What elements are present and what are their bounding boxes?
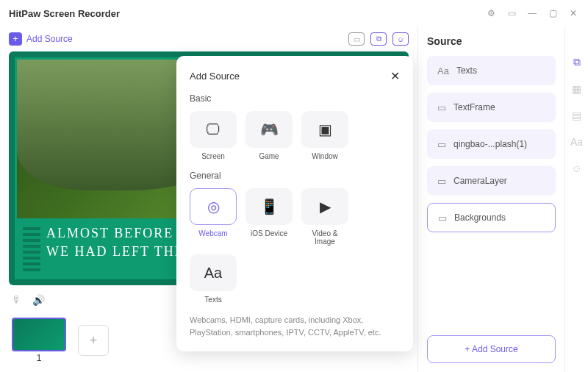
close-icon[interactable]: ✕ <box>567 8 579 18</box>
add-scene-button[interactable]: + <box>78 325 109 356</box>
tile-texts[interactable]: Aa Texts <box>190 254 237 304</box>
image-icon: ▭ <box>437 102 446 113</box>
sidebar-title: Source <box>427 35 556 47</box>
tile-window[interactable]: ▣ Window <box>301 111 348 160</box>
source-item-textframe[interactable]: ▭ TextFrame <box>427 93 556 122</box>
layout-icon[interactable]: ▭ <box>506 8 517 18</box>
app-title: HitPaw Screen Recorder <box>9 8 120 19</box>
vtab-text-icon[interactable]: Aa <box>570 136 583 148</box>
add-source-button[interactable]: + Add Source <box>427 335 556 363</box>
modal-close-icon[interactable]: ✕ <box>390 69 400 83</box>
screen-icon: 🖵 <box>190 111 237 148</box>
window-icon: ▣ <box>301 111 348 148</box>
webcam-icon: ◎ <box>190 188 237 225</box>
thumb-image <box>12 318 66 351</box>
modal-description: Webcams, HDMI, capture cards, including … <box>190 314 400 338</box>
game-icon: 🎮 <box>245 111 293 148</box>
vtab-filter-icon[interactable]: ▤ <box>572 110 581 121</box>
source-item-camera[interactable]: ▭ CameraLayer <box>427 166 556 196</box>
section-general-label: General <box>190 171 400 181</box>
source-sidebar: Source Aa Texts ▭ TextFrame ▭ qingbao-..… <box>417 26 564 372</box>
scene-thumb-1[interactable]: 1 <box>12 318 66 363</box>
tile-screen[interactable]: 🖵 Screen <box>190 111 237 160</box>
add-source-link[interactable]: + Add Source <box>9 32 73 46</box>
window-controls: ⚙ ▭ — ▢ ✕ <box>485 8 579 18</box>
add-source-label: Add Source <box>26 34 73 44</box>
vertical-tabs: ⧉ ▦ ▤ Aa ☺ <box>564 26 588 372</box>
tile-ios[interactable]: 📱 iOS Device <box>245 188 293 246</box>
media-icon: ▶ <box>301 188 348 225</box>
add-source-btn-label: + Add Source <box>465 344 517 354</box>
section-basic-label: Basic <box>190 93 400 104</box>
tile-label: Video & Image <box>301 229 348 246</box>
source-item-label: CameraLayer <box>453 176 507 186</box>
image-icon: ▭ <box>437 176 446 187</box>
tile-video-image[interactable]: ▶ Video & Image <box>301 188 348 246</box>
text-icon: Aa <box>190 254 237 291</box>
mode-person-icon[interactable]: ☺ <box>392 32 409 46</box>
mic-icon[interactable]: 🎙 <box>12 294 22 306</box>
settings-icon[interactable]: ⚙ <box>485 8 497 18</box>
tile-label: Webcam <box>198 229 227 237</box>
source-item-texts[interactable]: Aa Texts <box>427 56 556 85</box>
tile-game[interactable]: 🎮 Game <box>245 111 293 160</box>
tile-label: iOS Device <box>251 229 287 237</box>
source-item-qingbao[interactable]: ▭ qingbao-...plash(1) <box>427 129 556 159</box>
speaker-icon[interactable]: 🔊 <box>32 294 45 306</box>
source-item-label: Texts <box>456 65 477 76</box>
vtab-layers-icon[interactable]: ⧉ <box>573 56 581 68</box>
source-item-backgrounds[interactable]: ▭ Backgrounds <box>427 203 556 232</box>
source-item-label: qingbao-...plash(1) <box>453 139 527 149</box>
modal-header: Add Source ✕ <box>190 69 400 83</box>
minimize-icon[interactable]: — <box>526 8 538 18</box>
text-icon: Aa <box>437 65 449 76</box>
tile-webcam[interactable]: ◎ Webcam <box>190 188 237 246</box>
mode-icons: ▭ ⧉ ☺ <box>348 32 409 46</box>
plus-icon: + <box>9 32 22 46</box>
modal-title: Add Source <box>190 71 240 82</box>
mode-dual-icon[interactable]: ⧉ <box>370 32 387 46</box>
source-item-label: Backgrounds <box>454 212 506 223</box>
vtab-grid-icon[interactable]: ▦ <box>572 83 581 95</box>
thumb-label: 1 <box>12 353 66 363</box>
image-icon: ▭ <box>437 139 446 150</box>
tile-label: Texts <box>204 296 221 304</box>
general-grid: ◎ Webcam 📱 iOS Device ▶ Video & Image Aa… <box>190 188 400 304</box>
caption-ornament <box>23 224 40 271</box>
source-list: Aa Texts ▭ TextFrame ▭ qingbao-...plash(… <box>427 56 556 329</box>
basic-grid: 🖵 Screen 🎮 Game ▣ Window <box>190 111 400 160</box>
tile-label: Game <box>259 152 279 160</box>
ios-icon: 📱 <box>245 188 293 225</box>
image-icon: ▭ <box>438 212 447 223</box>
vtab-user-icon[interactable]: ☺ <box>571 162 581 174</box>
maximize-icon[interactable]: ▢ <box>547 8 559 18</box>
tile-label: Window <box>312 152 338 160</box>
left-toolbar: + Add Source ▭ ⧉ ☺ <box>9 32 409 46</box>
add-source-modal: Add Source ✕ Basic 🖵 Screen 🎮 Game ▣ Win… <box>176 56 413 351</box>
tile-label: Screen <box>201 152 225 160</box>
mode-single-icon[interactable]: ▭ <box>348 32 365 46</box>
source-item-label: TextFrame <box>453 102 495 112</box>
titlebar: HitPaw Screen Recorder ⚙ ▭ — ▢ ✕ <box>0 0 588 26</box>
audio-controls: 🎙 🔊 <box>12 294 45 306</box>
